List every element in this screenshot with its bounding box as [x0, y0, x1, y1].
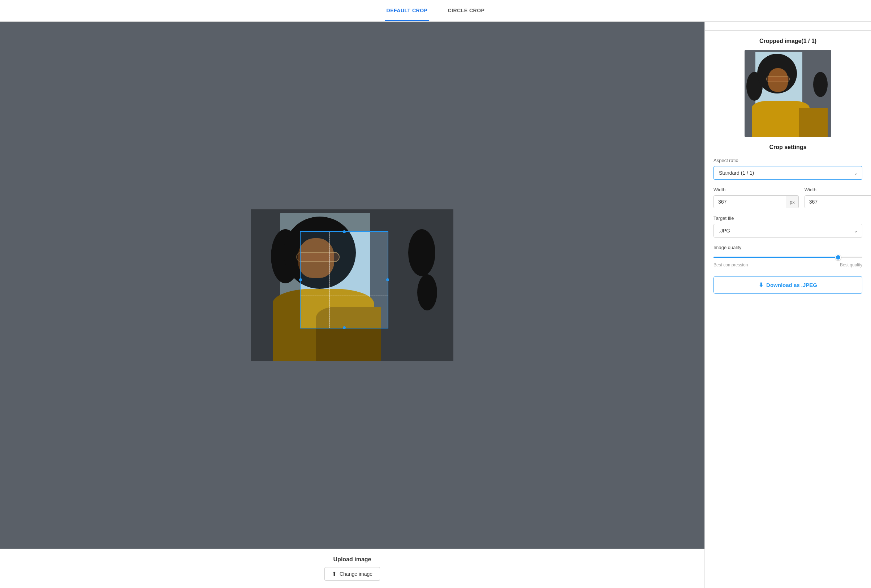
preview-jacket-right — [799, 108, 828, 137]
aspect-ratio-wrapper: Standard (1 / 1) Widescreen (16 / 9) Por… — [714, 166, 862, 180]
grid-h2 — [301, 295, 388, 296]
download-button-label: Download as .JPEG — [766, 282, 817, 288]
main-layout: Upload image ⬆ Change image Cropped imag… — [0, 22, 871, 588]
grid-v1 — [329, 232, 330, 328]
target-file-select[interactable]: .JPG .PNG .WEBP — [714, 224, 862, 237]
preview-curly-right — [813, 72, 828, 97]
photo-container — [251, 209, 453, 361]
cropped-image-title: Cropped image(1 / 1) — [714, 38, 862, 45]
dim-bottom — [251, 328, 453, 361]
quality-slider-wrapper — [714, 253, 862, 260]
width-row: Width px Width px — [714, 187, 862, 208]
width-col-1: Width px — [714, 187, 799, 208]
width-label-2: Width — [805, 187, 871, 193]
bottom-area: Upload image ⬆ Change image — [0, 549, 705, 588]
handle-right-center[interactable] — [386, 278, 389, 281]
photo-bg — [251, 209, 453, 361]
target-file-label: Target file — [714, 215, 862, 221]
preview-image-wrapper — [714, 50, 862, 137]
aspect-ratio-label: Aspect ratio — [714, 158, 862, 163]
width-input-2[interactable] — [805, 196, 871, 208]
download-icon: ⬇ — [759, 282, 763, 288]
image-quality-label: Image quality — [714, 245, 862, 250]
width-col-2: Width px — [805, 187, 871, 208]
handle-bottom-center[interactable] — [343, 326, 346, 329]
width-input-1[interactable] — [714, 196, 786, 208]
px-label-1: px — [786, 196, 798, 208]
crop-selection[interactable] — [300, 231, 388, 328]
width-label-1: Width — [714, 187, 799, 193]
dim-left — [251, 231, 300, 328]
dim-right — [388, 231, 453, 328]
upload-title: Upload image — [7, 556, 697, 563]
image-area[interactable] — [0, 22, 705, 549]
upload-icon: ⬆ — [332, 571, 337, 577]
width-input-wrapper-2: px — [805, 195, 871, 208]
quality-min-label: Best compression — [714, 263, 748, 267]
quality-labels: Best compression Best quality — [714, 263, 862, 267]
dim-top — [251, 209, 453, 231]
handle-top-center[interactable] — [343, 230, 346, 233]
quality-max-label: Best quality — [840, 263, 862, 267]
preview-glasses — [766, 76, 790, 82]
crop-settings-title: Crop settings — [714, 144, 862, 151]
change-image-label: Change image — [340, 571, 373, 577]
tab-bar: DEFAULT CROP CIRCLE CROP — [0, 0, 871, 22]
download-button[interactable]: ⬇ Download as .JPEG — [714, 276, 862, 294]
quality-section: Image quality Best compression Best qual… — [714, 245, 862, 267]
left-panel: Upload image ⬆ Change image — [0, 22, 705, 588]
quality-slider[interactable] — [714, 257, 862, 258]
grid-v2 — [359, 232, 359, 328]
tab-circle-crop[interactable]: CIRCLE CROP — [446, 1, 486, 21]
panel-divider — [705, 30, 871, 31]
crop-grid — [301, 232, 388, 328]
change-image-button[interactable]: ⬆ Change image — [325, 567, 380, 581]
aspect-ratio-select[interactable]: Standard (1 / 1) Widescreen (16 / 9) Por… — [714, 166, 862, 180]
tab-default-crop[interactable]: DEFAULT CROP — [385, 1, 429, 21]
handle-left-center[interactable] — [299, 278, 302, 281]
right-panel: Cropped image(1 / 1) Crop settings Aspec… — [705, 22, 871, 588]
width-input-wrapper-1: px — [714, 195, 799, 208]
preview-image — [745, 50, 831, 137]
target-file-wrapper: .JPG .PNG .WEBP ⌄ — [714, 224, 862, 237]
